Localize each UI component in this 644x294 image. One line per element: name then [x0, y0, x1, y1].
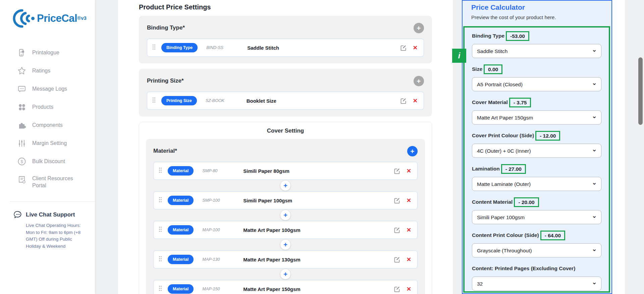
sidebar-item-label: Ratings	[32, 67, 50, 75]
dollar-icon: $	[17, 157, 26, 166]
calculator-highlight-region: Binding Type -53.00 Saddle Stitch ⌄ Size…	[463, 26, 610, 293]
calc-field-size: Size 0.00 A5 Portrait (Closed) ⌄	[472, 65, 601, 91]
add-printing-size-button[interactable]: +	[414, 76, 424, 86]
edit-row-button[interactable]	[393, 197, 400, 204]
delete-row-button[interactable]: ✕	[407, 256, 411, 263]
row-code: BIND-SS	[206, 45, 238, 50]
brand-version: ®v3	[77, 15, 87, 21]
content-print-colour-select[interactable]: Grayscale (Throughout)	[472, 243, 601, 257]
drag-handle-icon[interactable]	[158, 285, 162, 293]
sidebar-item-ratings[interactable]: Ratings	[0, 62, 95, 80]
row-name: Matte Art Paper 130gsm	[243, 257, 300, 262]
row-name: Booklet Size	[247, 98, 276, 104]
sidebar-item-bulk-discount[interactable]: $ Bulk Discount	[0, 152, 95, 170]
lamination-select[interactable]: Matte Laminate (Outer)	[472, 177, 601, 191]
sidebar-item-label: Bulk Discount	[32, 158, 65, 165]
row-type-badge: Material	[168, 196, 194, 205]
edit-row-button[interactable]	[393, 167, 400, 175]
sidebar-item-label: Components	[32, 122, 63, 129]
binding-type-select[interactable]: Saddle Stitch	[472, 44, 601, 58]
row-code: SMP-80	[202, 168, 234, 173]
drag-handle-icon[interactable]	[152, 97, 156, 105]
edit-row-button[interactable]	[393, 227, 400, 234]
price-value-badge: - 20.00	[514, 197, 539, 207]
edit-row-button[interactable]	[400, 44, 407, 51]
row-name: Simili Paper 100gsm	[243, 198, 292, 203]
field-label: Content Print Colour (Side)	[472, 232, 539, 238]
price-value-badge: 0.00	[484, 64, 502, 74]
edit-row-button[interactable]	[393, 256, 400, 263]
sidebar-item-label: Printalogue	[32, 49, 59, 56]
printed-pages-select[interactable]: 32	[472, 277, 601, 291]
sidebar-item-printalogue[interactable]: Printalogue	[0, 44, 95, 62]
calc-field-cover-material: Cover Material - 3.75 Matte Art Paper 15…	[472, 98, 601, 125]
drag-handle-icon[interactable]	[158, 196, 162, 204]
row-name: Saddle Stitch	[247, 45, 279, 51]
add-binding-type-button[interactable]: +	[414, 23, 424, 33]
row-type-badge: Printing Size	[161, 96, 197, 105]
drag-handle-icon[interactable]	[152, 44, 156, 52]
content-material-select[interactable]: Simili Paper 100gsm	[472, 210, 601, 224]
size-select[interactable]: A5 Portrait (Closed)	[472, 77, 601, 91]
star-icon	[17, 66, 26, 75]
binding-type-row: Binding Type BIND-SS Saddle Stitch ✕	[147, 39, 424, 57]
edit-pencil-icon	[400, 97, 407, 104]
row-code: SZ-BOOK	[206, 98, 238, 103]
edit-row-button[interactable]	[393, 286, 400, 293]
sidebar-item-client-resources[interactable]: Client Resources Portal	[0, 170, 95, 194]
delete-row-button[interactable]: ✕	[407, 197, 411, 204]
delete-row-button[interactable]: ✕	[413, 44, 418, 51]
add-material-button[interactable]: +	[407, 146, 418, 156]
live-chat-icon	[13, 210, 22, 219]
price-value-badge: -53.00	[506, 31, 529, 41]
printing-size-section: Printing Size* + Printing Size SZ-BOOK B…	[139, 69, 432, 116]
material-row: Material MAP-130 Matte Art Paper 130gsm …	[153, 250, 418, 268]
info-badge[interactable]: i	[452, 49, 466, 63]
edit-pencil-icon	[393, 227, 400, 234]
drag-handle-icon[interactable]	[158, 226, 162, 234]
field-label: Content Material	[472, 199, 513, 205]
delete-row-button[interactable]: ✕	[407, 227, 411, 234]
insert-material-button[interactable]: +	[280, 240, 290, 250]
support-line: Mon to Fri: 9am to 6pm (+8	[26, 229, 86, 236]
right-gutter	[613, 0, 625, 294]
cover-setting-title: Cover Setting	[146, 128, 425, 134]
row-type-badge: Material	[168, 166, 194, 176]
insert-material-button[interactable]: +	[280, 181, 290, 191]
field-label: Content: Printed Pages (Excluding Cover)	[472, 265, 575, 272]
sidebar-item-message-logs[interactable]: Message Logs	[0, 80, 95, 98]
support-line: Holiday & Weekend	[26, 243, 86, 250]
support-line: GMT) Off during Public	[26, 236, 86, 243]
page-title: Product Price Settings	[139, 3, 432, 11]
row-name: Matte Art Paper 100gsm	[243, 227, 300, 233]
edit-row-button[interactable]	[400, 97, 407, 104]
page-scrollbar-thumb[interactable]	[638, 57, 643, 125]
edit-pencil-icon	[393, 197, 400, 204]
sidebar-item-components[interactable]: Components	[0, 116, 95, 134]
delete-row-button[interactable]: ✕	[407, 167, 411, 175]
cover-print-colour-select[interactable]: 4C (Outer) + 0C (Inner)	[472, 144, 601, 158]
price-value-badge: - 12.00	[535, 131, 560, 141]
field-label: Binding Type	[472, 33, 504, 39]
edit-pencil-icon	[393, 167, 400, 175]
support-title: Live Chat Support	[26, 211, 75, 218]
printing-size-row: Printing Size SZ-BOOK Booklet Size ✕	[147, 92, 424, 110]
insert-material-button[interactable]: +	[280, 210, 290, 220]
insert-material-button[interactable]: +	[280, 269, 290, 279]
price-value-badge: - 27.00	[501, 164, 526, 174]
sidebar-item-products[interactable]: Products	[0, 98, 95, 116]
material-section: Material* + Material SMP-80 Simili Paper…	[146, 139, 425, 294]
sidebar-item-margin-setting[interactable]: Margin Setting	[0, 134, 95, 152]
app-logo: PriceCal®v3	[0, 0, 95, 29]
delete-row-button[interactable]: ✕	[413, 97, 418, 104]
field-label: Lamination	[472, 166, 500, 172]
binding-type-header: Binding Type*	[147, 24, 185, 31]
delete-row-button[interactable]: ✕	[407, 286, 411, 293]
cover-material-select[interactable]: Matte Art Paper 150gsm	[472, 110, 601, 125]
price-calculator-title: Price Calculator	[471, 3, 611, 11]
drag-handle-icon[interactable]	[158, 255, 162, 263]
printalogue-icon	[17, 48, 26, 57]
drag-handle-icon[interactable]	[158, 167, 162, 175]
field-label: Cover Material	[472, 99, 508, 105]
sidebar-item-label: Client Resources Portal	[32, 175, 83, 189]
